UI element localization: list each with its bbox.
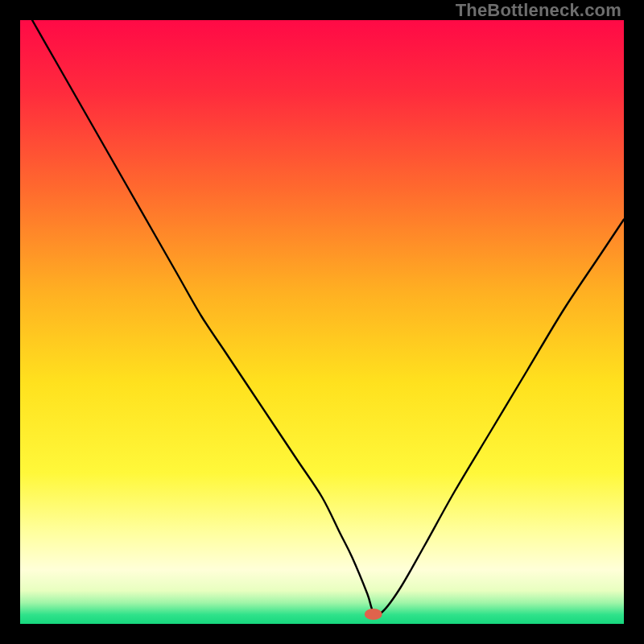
watermark-text: TheBottleneck.com <box>456 0 621 21</box>
chart-background <box>20 20 624 624</box>
bottleneck-chart <box>20 20 624 624</box>
chart-frame <box>16 16 628 628</box>
optimal-point-marker <box>365 609 382 620</box>
